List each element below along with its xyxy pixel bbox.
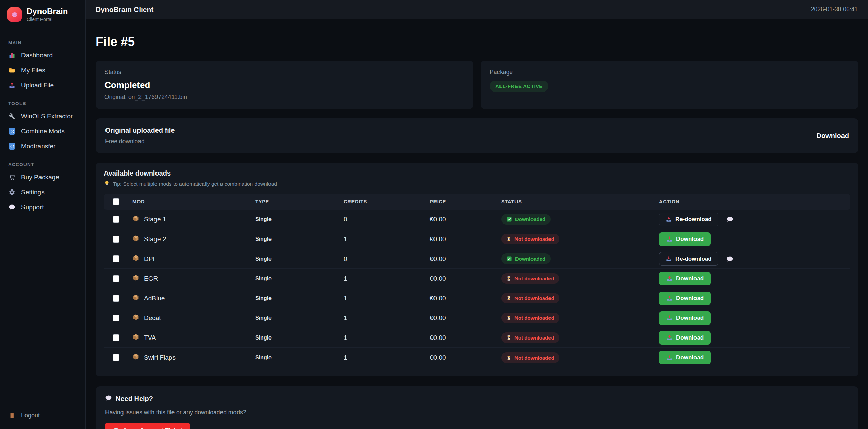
check-box-icon	[506, 216, 512, 222]
download-button[interactable]: Download	[659, 351, 711, 364]
check-box-icon	[506, 256, 512, 262]
mod-price: €0.00	[430, 216, 501, 223]
download-original-button[interactable]: Download	[816, 132, 849, 140]
sidebar-section-label-account: ACCOUNT	[8, 162, 77, 167]
row-checkbox[interactable]	[113, 255, 119, 262]
status-badge: Not downloaded	[501, 332, 559, 343]
row-checkbox[interactable]	[113, 354, 119, 361]
brand-subtitle: Client Portal	[27, 17, 68, 22]
mod-type: Single	[255, 335, 344, 341]
sidebar-item-combine-mods[interactable]: Combine Mods	[0, 124, 85, 139]
mod-name: Decat	[144, 314, 161, 322]
hourglass-icon	[506, 315, 511, 320]
column-header-type: TYPE	[255, 199, 344, 204]
hourglass-icon	[506, 236, 511, 242]
sidebar-item-modtransfer[interactable]: Modtransfer	[0, 139, 85, 154]
gear-icon	[8, 188, 16, 196]
sidebar-item-support[interactable]: Support	[0, 200, 85, 215]
comment-bubble-icon[interactable]	[726, 216, 733, 223]
sidebar-item-logout[interactable]: Logout	[0, 408, 85, 423]
help-title: Need Help?	[116, 395, 153, 403]
mod-credits: 1	[344, 275, 430, 282]
column-header-credits: CREDITS	[344, 199, 430, 204]
package-label: Package	[490, 69, 850, 76]
mod-type: Single	[255, 295, 344, 301]
mod-price: €0.00	[430, 235, 501, 243]
open-support-ticket-button[interactable]: Open Support Ticket	[105, 423, 190, 429]
sidebar-item-my-files[interactable]: My Files	[0, 63, 85, 78]
download-button[interactable]: Download	[659, 311, 711, 325]
status-badge: Not downloaded	[501, 273, 559, 284]
comment-bubble-icon[interactable]	[726, 255, 733, 262]
bar-chart-icon	[8, 52, 16, 59]
shuffle-icon	[8, 128, 16, 135]
inbox-tray-icon	[666, 334, 673, 341]
row-checkbox[interactable]	[113, 315, 119, 321]
mod-credits: 1	[344, 295, 430, 302]
select-all-checkbox[interactable]	[113, 198, 119, 205]
upload-tray-icon	[8, 82, 16, 89]
package-icon	[132, 274, 140, 283]
hourglass-icon	[506, 335, 511, 340]
mod-credits: 1	[344, 314, 430, 322]
download-button[interactable]: Download	[659, 292, 711, 305]
mod-price: €0.00	[430, 255, 501, 263]
mod-type: Single	[255, 315, 344, 321]
row-checkbox[interactable]	[113, 295, 119, 302]
mod-type: Single	[255, 354, 344, 361]
row-checkbox[interactable]	[113, 334, 119, 341]
status-badge: Not downloaded	[501, 352, 559, 363]
status-value: Completed	[104, 80, 464, 90]
table-row: TVA Single 1 €0.00 Not downloaded Downlo…	[104, 328, 850, 348]
sidebar-item-upload-file[interactable]: Upload File	[0, 78, 85, 93]
downloads-table: MOD TYPE CREDITS PRICE STATUS ACTION Sta…	[104, 194, 850, 367]
download-button[interactable]: Download	[659, 272, 711, 285]
download-button[interactable]: Download	[659, 331, 711, 345]
status-badge: Downloaded	[501, 253, 551, 264]
sidebar-item-winols-extractor[interactable]: WinOLS Extractor	[0, 109, 85, 124]
row-checkbox[interactable]	[113, 236, 119, 243]
original-file-title: Original uploaded file	[105, 127, 175, 134]
inbox-tray-icon	[666, 255, 672, 262]
mod-credits: 0	[344, 255, 430, 263]
package-icon	[132, 294, 140, 303]
sidebar-item-dashboard[interactable]: Dashboard	[0, 48, 85, 63]
download-button[interactable]: Download	[659, 232, 711, 246]
downloads-card: Available downloads Tip: Select multiple…	[96, 163, 858, 376]
original-filename: Original: ori_2_1769724411.bin	[104, 94, 464, 101]
brand-name: DynoBrain	[27, 7, 68, 15]
status-badge: Not downloaded	[501, 293, 559, 303]
row-checkbox[interactable]	[113, 275, 119, 282]
mod-price: €0.00	[430, 354, 501, 361]
sidebar-item-buy-package[interactable]: Buy Package	[0, 170, 85, 185]
hourglass-icon	[506, 276, 511, 281]
sidebar-item-settings[interactable]: Settings	[0, 185, 85, 200]
row-checkbox[interactable]	[113, 216, 119, 223]
mod-price: €0.00	[430, 314, 501, 322]
inbox-tray-icon	[666, 295, 673, 301]
re-download-button[interactable]: Re-download	[659, 252, 718, 266]
column-header-action: ACTION	[659, 199, 850, 204]
status-card: Status Completed Original: ori_2_1769724…	[96, 61, 473, 109]
mod-type: Single	[255, 216, 344, 222]
mod-name: TVA	[144, 334, 156, 342]
table-row: Swirl Flaps Single 1 €0.00 Not downloade…	[104, 348, 850, 367]
brand: DynoBrain Client Portal	[0, 0, 85, 30]
cart-icon	[8, 174, 16, 181]
downloads-tip: Tip: Select multiple mods to automatical…	[104, 180, 850, 188]
column-header-mod: MOD	[124, 199, 255, 204]
column-header-price: PRICE	[430, 199, 501, 204]
app-title: DynoBrain Client	[96, 5, 153, 14]
package-icon	[132, 235, 140, 244]
mod-price: €0.00	[430, 334, 501, 342]
envelope-icon	[112, 427, 119, 429]
mod-type: Single	[255, 256, 344, 262]
wrench-icon	[8, 113, 16, 120]
mod-credits: 1	[344, 354, 430, 361]
package-icon	[132, 353, 140, 362]
door-icon	[8, 412, 16, 419]
original-file-card: Original uploaded file Free download Dow…	[96, 118, 858, 153]
mod-name: Stage 1	[144, 216, 166, 223]
re-download-button[interactable]: Re-download	[659, 213, 718, 226]
mod-price: €0.00	[430, 275, 501, 282]
